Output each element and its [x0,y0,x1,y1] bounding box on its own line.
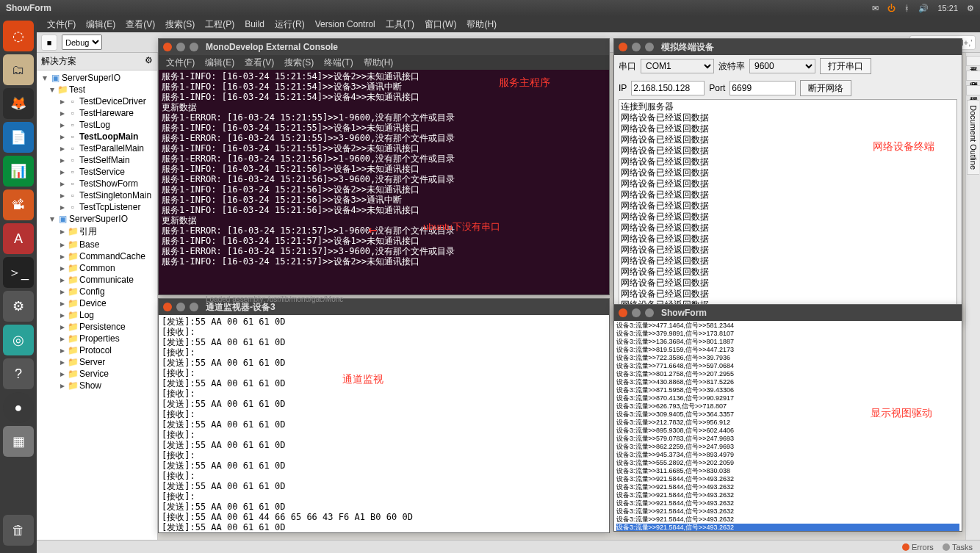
config-select[interactable]: Debug [62,35,102,50]
close-icon[interactable] [163,303,172,311]
impress-icon[interactable]: 📽 [3,189,34,220]
list-item-selected[interactable]: 设备3:流量>>921.5844,信号>>493.2632 [616,524,959,531]
maximize-icon[interactable] [190,43,198,51]
tree-node[interactable]: ▸▫TestShowForm [37,178,157,189]
tree-node[interactable]: ▸▫TestTcpListener [37,201,157,213]
tree-node[interactable]: ▾📁Test [37,84,157,95]
simdev-log[interactable]: 网络设备终端 连接到服务器网络设备已经返回数据网络设备已经返回数据网络设备已经返… [619,99,957,324]
tree-node[interactable]: ▾▣ServerSuperIO [37,213,157,225]
tree-node[interactable]: ▸📁Log [37,309,157,321]
close-icon[interactable] [163,43,172,51]
tree-node[interactable]: ▸▫TestService [37,166,157,178]
help-icon[interactable]: ? [3,358,34,389]
tree-node[interactable]: ▸📁Protocol [37,344,157,356]
menu-item[interactable]: 文件(F) [47,18,76,31]
menu-item[interactable]: 搜索(S) [284,57,314,69]
clock-label[interactable]: 15:21 [937,4,958,12]
files-icon[interactable]: 🗂 [3,54,34,85]
port-input[interactable] [729,81,796,95]
tree-node[interactable]: ▸📁Communicate [37,274,157,286]
open-serial-button[interactable]: 打开串口 [820,58,871,74]
maximize-icon[interactable] [190,303,198,311]
menu-item[interactable]: 终端(T) [324,57,353,69]
monodevelop-icon[interactable]: ◎ [3,325,34,355]
menu-item[interactable]: 工具(T) [386,18,414,31]
firefox-icon[interactable]: 🦊 [3,88,34,119]
tree-node[interactable]: ▸▫TestHareware [37,107,157,119]
tree-node[interactable]: ▸📁Properties [37,333,157,344]
terminal-icon[interactable]: ＞_ [3,257,34,288]
dock-tab[interactable]: 单元测试 [966,71,981,81]
menu-item[interactable]: Build [245,19,264,29]
tree-node[interactable]: ▸📁Config [37,286,157,297]
tree-node[interactable]: ▸📁Server [37,356,157,368]
ip-input[interactable] [631,81,705,95]
bluetooth-icon[interactable]: ᚼ [904,4,909,12]
menu-item[interactable]: 搜索(S) [165,18,195,31]
stop-button[interactable]: ■ [41,35,57,51]
settings-icon[interactable]: ⚙ [3,291,34,322]
menu-item[interactable]: 帮助(H) [466,18,497,31]
console-titlebar[interactable]: MonoDevelop External Console [159,39,609,55]
mail-icon[interactable]: ✉ [872,4,879,13]
showform-output[interactable]: 显示视图驱动 设备3:流量>>477.1464,信号>>581.2344设备3:… [614,321,962,531]
menu-item[interactable]: 查看(V) [126,18,155,31]
tree-node[interactable]: ▸▫TestParallelMain [37,142,157,154]
menu-item[interactable]: 运行(R) [275,18,305,31]
dock-tab[interactable]: 属性 [966,85,981,95]
gear-icon[interactable]: ⚙ [967,4,974,13]
minimize-icon[interactable] [632,43,641,51]
software-icon[interactable]: A [3,223,34,254]
menu-item[interactable]: 文件(F) [166,57,195,69]
tree-node[interactable]: ▸📁Service [37,368,157,380]
disconnect-button[interactable]: 断开网络 [800,80,851,96]
tree-node[interactable]: ▸📁CommandCache [37,250,157,262]
menu-item[interactable]: Version Control [315,19,375,29]
menu-item[interactable]: 编辑(E) [86,18,115,31]
chan-output[interactable]: [发送]:55 AA 00 61 61 0D [接收]: [发送]:55 AA … [159,315,609,532]
menu-item[interactable]: 编辑(E) [205,57,234,69]
running-app-icon[interactable]: ▦ [3,426,34,457]
baud-select[interactable]: 9600 [749,59,815,73]
tree-node[interactable]: ▸📁Common [37,262,157,274]
tree-node[interactable]: ▸📁引用 [37,225,157,239]
tree-node[interactable]: ▸📁Base [37,239,157,250]
tree-node[interactable]: ▸▫TestLoopMain [37,131,157,142]
tasks-button[interactable]: Tasks [943,543,973,552]
showform-titlebar[interactable]: ShowForm [614,305,962,321]
tree-node[interactable]: ▸▫TestSingletonMain [37,189,157,201]
console-output[interactable]: 服务1-INFO: [16-03-24 15:21:54]>>设备2>>未知通讯… [159,70,609,294]
shutdown-icon[interactable]: ⏻ [887,4,896,12]
dock-tab[interactable]: Document Outline [967,100,979,175]
serial-select[interactable]: COM1 [641,59,714,73]
dash-icon[interactable]: ◌ [3,21,34,51]
minimize-icon[interactable] [176,303,185,311]
right-dock: 工具栏单元测试属性Document Outline [965,53,980,540]
maximize-icon[interactable] [645,308,654,317]
tree-node[interactable]: ▸▫TestLog [37,119,157,131]
volume-icon[interactable]: 🔊 [918,4,929,13]
panel-settings-icon[interactable]: ⚙ [145,55,153,68]
close-icon[interactable] [619,43,627,51]
writer-icon[interactable]: 📄 [3,122,34,153]
dock-tab[interactable]: 工具栏 [966,56,981,66]
app-icon[interactable]: ● [3,392,34,423]
trash-icon[interactable]: 🗑 [3,515,34,546]
tree-node[interactable]: ▸📁Device [37,297,157,309]
tree-node[interactable]: ▸▫TestSelfMain [37,154,157,166]
menu-item[interactable]: 工程(P) [205,18,234,31]
maximize-icon[interactable] [645,43,654,51]
tree-node[interactable]: ▾▣ServerSuperIO [37,72,157,84]
simdev-titlebar[interactable]: 模拟终端设备 [614,39,962,55]
menu-item[interactable]: 帮助(H) [364,57,394,69]
menu-item[interactable]: 查看(V) [245,57,274,69]
minimize-icon[interactable] [176,43,185,51]
tree-node[interactable]: ▸▫TestDeviceDriver [37,95,157,107]
tree-node[interactable]: ▸📁Show [37,380,157,391]
errors-button[interactable]: Errors [902,543,934,552]
calc-icon[interactable]: 📊 [3,156,34,187]
close-icon[interactable] [619,308,627,317]
menu-item[interactable]: 窗口(W) [425,18,456,31]
tree-node[interactable]: ▸📁Persistence [37,321,157,333]
minimize-icon[interactable] [632,308,641,317]
